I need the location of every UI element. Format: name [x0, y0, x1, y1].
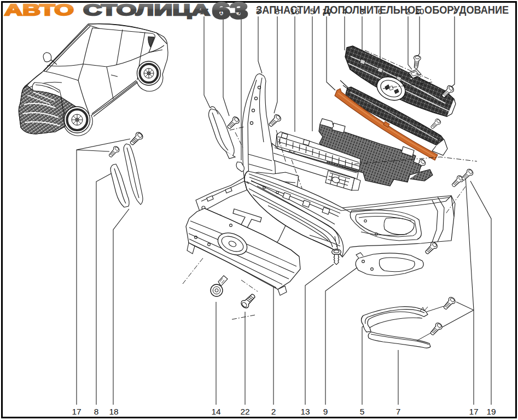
svg-text:13: 13	[300, 407, 310, 416]
svg-text:17: 17	[469, 407, 478, 416]
svg-text:ЗАПЧАСТИ И ДОПОЛНИТЕЛЬНОЕ ОБОР: ЗАПЧАСТИ И ДОПОЛНИТЕЛЬНОЕ ОБОРУДОВАНИЕ	[256, 4, 509, 16]
svg-text:8: 8	[94, 407, 99, 416]
svg-text:7: 7	[396, 407, 401, 416]
svg-text:63: 63	[212, 0, 248, 24]
svg-text:9: 9	[323, 407, 328, 416]
svg-text:17: 17	[72, 407, 81, 416]
svg-text:22: 22	[240, 407, 249, 416]
svg-text:14: 14	[211, 407, 221, 416]
svg-text:СТОЛИЦА: СТОЛИЦА	[83, 1, 210, 19]
svg-text:2: 2	[271, 407, 276, 416]
svg-text:19: 19	[486, 407, 496, 416]
svg-text:18: 18	[109, 407, 118, 416]
svg-text:АВТО: АВТО	[4, 1, 74, 19]
svg-text:5: 5	[360, 407, 365, 416]
